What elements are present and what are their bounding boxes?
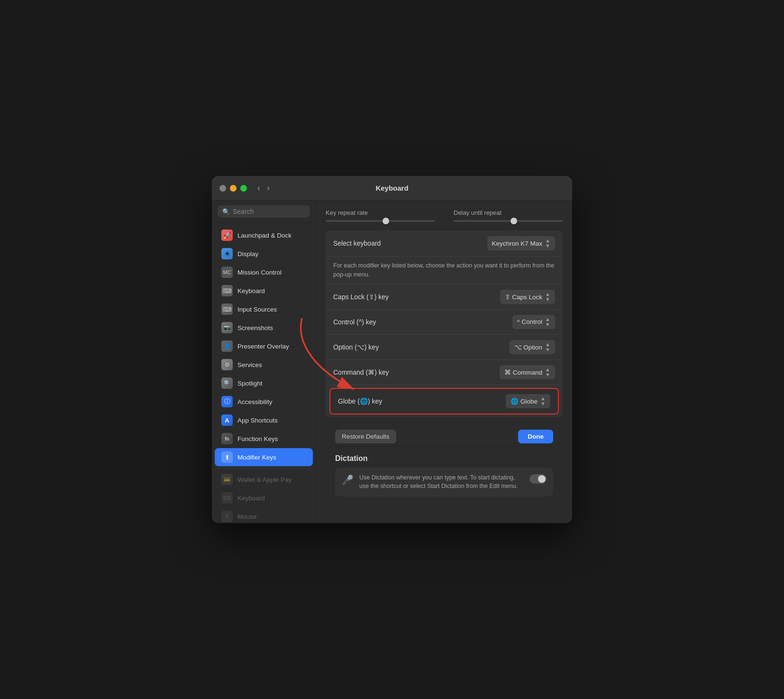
control-label: Control (^) key (333, 318, 376, 326)
select-keyboard-label: Select keyboard (333, 239, 381, 247)
caps-lock-dropdown[interactable]: ⇪ Caps Lock ▲▼ (500, 290, 555, 304)
minimize-button[interactable] (230, 185, 237, 192)
key-repeat-col: Key repeat rate (326, 209, 435, 222)
sidebar-item-fnkeys[interactable]: fn Function Keys (215, 430, 313, 448)
sidebar-item-input[interactable]: ⌨ Input Sources (215, 300, 313, 318)
sidebar-label-modifier: Modifier Keys (237, 454, 276, 461)
search-input-wrap[interactable]: 🔍 (218, 205, 310, 218)
maximize-button[interactable] (240, 185, 247, 192)
content-scroll: Key repeat rate Delay until repeat (316, 201, 572, 523)
modifier-icon: ⬆ (221, 451, 233, 463)
forward-button[interactable]: › (264, 182, 273, 194)
caps-lock-arrows-icon: ▲▼ (545, 292, 550, 302)
globe-row: Globe (🌐) key 🌐 Globe ▲▼ (329, 388, 559, 414)
mic-icon: 🎤 (342, 474, 354, 486)
display-icon: ☀ (221, 248, 233, 259)
keyboard2-icon: ⌨ (221, 492, 233, 504)
keyboard-card: Select keyboard Keychron K7 Max ▲ ▼ For … (326, 230, 563, 417)
sidebar-label-accessibility: Accessibility (237, 398, 273, 405)
command-value: ⌘ Command (504, 368, 542, 376)
search-icon: 🔍 (222, 208, 230, 215)
search-bar: 🔍 (212, 201, 316, 223)
option-label: Option (⌥) key (333, 343, 379, 351)
services-icon: ⚙ (221, 359, 233, 370)
sidebar-item-wallet[interactable]: 💳 Wallet & Apple Pay (215, 470, 313, 488)
control-value: ^ Control (517, 318, 543, 325)
control-row: Control (^) key ^ Control ▲▼ (326, 310, 563, 335)
dictation-text: Use Dictation wherever you can type text… (359, 473, 524, 491)
dictation-row: 🎤 Use Dictation wherever you can type te… (335, 468, 553, 497)
search-input[interactable] (233, 208, 316, 215)
sidebar-label-screenshot: Screenshots (237, 324, 273, 331)
sidebar-label-keyboard: Keyboard (237, 287, 265, 294)
select-keyboard-row: Select keyboard Keychron K7 Max ▲ ▼ (326, 230, 563, 257)
key-repeat-label: Key repeat rate (326, 209, 435, 216)
traffic-lights (219, 185, 247, 192)
select-keyboard-value: Keychron K7 Max (492, 240, 543, 247)
close-button[interactable] (219, 185, 226, 192)
sidebar-item-keyboard[interactable]: ⌨ Keyboard (215, 282, 313, 300)
presenter-icon: 👤 (221, 340, 233, 352)
control-dropdown[interactable]: ^ Control ▲▼ (512, 315, 556, 329)
key-repeat-thumb[interactable] (383, 218, 389, 224)
sidebar-item-mission[interactable]: MC Mission Control (215, 263, 313, 281)
sidebar-item-modifier[interactable]: ⬆ Modifier Keys (215, 448, 313, 466)
dictation-toggle[interactable] (529, 474, 547, 484)
sidebar-item-launchpad[interactable]: 🚀 Launchpad & Dock (215, 226, 313, 244)
accessibility-icon: ⓘ (221, 396, 233, 407)
option-row: Option (⌥) key ⌥ Option ▲▼ (326, 335, 563, 360)
keyboard-window: ‹ › Keyboard 🔍 🚀 Launchpad (212, 176, 572, 523)
done-button[interactable]: Done (518, 430, 553, 443)
key-repeat-track[interactable] (326, 220, 435, 222)
launchpad-icon: 🚀 (221, 230, 233, 241)
select-arrows-icon: ▲ ▼ (545, 238, 550, 248)
delay-until-track[interactable] (454, 220, 563, 222)
restore-defaults-button[interactable]: Restore Defaults (335, 430, 396, 443)
content-area: Key repeat rate Delay until repeat (316, 201, 572, 523)
spotlight-icon: 🔍 (221, 377, 233, 389)
delay-until-thumb[interactable] (511, 218, 517, 224)
sidebar-item-keyboard2[interactable]: ⌨ Keyboard (215, 489, 313, 507)
delay-until-label: Delay until repeat (454, 209, 563, 216)
appshortcuts-icon: A (221, 414, 233, 426)
option-value: ⌥ Option (514, 343, 543, 351)
globe-key-value: 🌐 Globe (511, 397, 538, 405)
select-keyboard-dropdown[interactable]: Keychron K7 Max ▲ ▼ (487, 236, 555, 250)
delay-until-col: Delay until repeat (454, 209, 563, 222)
sidebar-divider (217, 468, 311, 469)
globe-key-dropdown[interactable]: 🌐 Globe ▲▼ (506, 394, 550, 408)
modifier-info-text: For each modifier key listed below, choo… (326, 257, 563, 285)
dictation-title: Dictation (335, 454, 553, 463)
sidebar-item-screenshot[interactable]: 📷 Screenshots (215, 319, 313, 337)
sidebar-item-services[interactable]: ⚙ Services (215, 356, 313, 374)
fnkeys-icon: fn (221, 433, 233, 444)
sidebar-label-fnkeys: Function Keys (237, 435, 278, 442)
caps-lock-label: Caps Lock (⇪) key (333, 293, 389, 301)
sidebar-item-presenter[interactable]: 👤 Presenter Overlay (215, 337, 313, 355)
window-title: Keyboard (375, 184, 408, 192)
sidebar-item-display[interactable]: ☀ Display (215, 245, 313, 263)
sidebar-item-accessibility[interactable]: ⓘ Accessibility (215, 393, 313, 411)
sliders-row: Key repeat rate Delay until repeat (326, 209, 563, 222)
sidebar-item-spotlight[interactable]: 🔍 Spotlight (215, 374, 313, 392)
option-dropdown[interactable]: ⌥ Option ▲▼ (510, 340, 555, 354)
sidebar-label-launchpad: Launchpad & Dock (237, 232, 292, 239)
command-dropdown[interactable]: ⌘ Command ▲▼ (500, 365, 555, 379)
sidebar-label-spotlight: Spotlight (237, 380, 263, 387)
input-icon: ⌨ (221, 304, 233, 315)
caps-lock-value: ⇪ Caps Lock (505, 293, 543, 301)
globe-key-label: Globe (🌐) key (338, 397, 382, 405)
sidebar-label-presenter: Presenter Overlay (237, 343, 289, 350)
command-label: Command (⌘) key (333, 368, 389, 376)
sidebar-label-wallet: Wallet & Apple Pay (237, 476, 292, 483)
sidebar-label-mouse: Mouse (237, 513, 257, 520)
sidebar-label-display: Display (237, 250, 258, 258)
sidebar-item-mouse[interactable]: 🖱 Mouse (215, 507, 313, 523)
bottom-buttons-row: Restore Defaults Done (326, 423, 563, 446)
caps-lock-row: Caps Lock (⇪) key ⇪ Caps Lock ▲▼ (326, 285, 563, 310)
sidebar-scroll: 🚀 Launchpad & Dock ☀ Display MC Mission … (212, 223, 316, 523)
mouse-icon: 🖱 (221, 511, 233, 522)
back-button[interactable]: ‹ (255, 182, 263, 194)
main-layout: 🔍 🚀 Launchpad & Dock ☀ Display (212, 201, 572, 523)
sidebar-item-appshortcuts[interactable]: A App Shortcuts (215, 411, 313, 429)
